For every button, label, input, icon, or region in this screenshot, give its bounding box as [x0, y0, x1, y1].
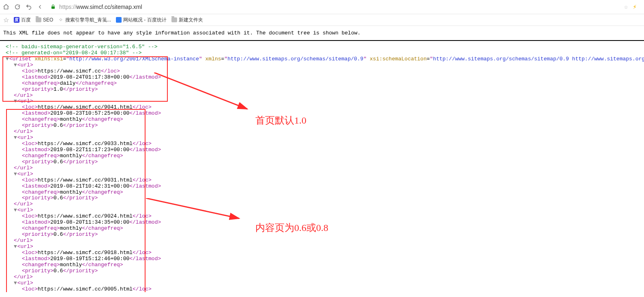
bookmark-drops[interactable]: ⁘搜索引擎导航_青笺...	[58, 17, 111, 24]
annotation-text-top: 首页默认1.0	[255, 115, 306, 126]
bookmark-baidu[interactable]: 度百度	[14, 17, 31, 24]
baidu-icon: 度	[14, 17, 19, 23]
svg-rect-0	[51, 6, 55, 9]
address-url: https://www.simcf.cc/sitemap.xml	[59, 4, 142, 10]
star-icon: ☆	[3, 16, 9, 24]
bookmark-label: 网站概况 - 百度统计	[123, 17, 167, 24]
bookmark-label: SEO	[43, 17, 53, 23]
bookmark-stats[interactable]: 网站概况 - 百度统计	[116, 17, 167, 24]
folder-icon	[171, 17, 177, 22]
bookmark-label: 新建文件夹	[179, 17, 203, 24]
stat-icon	[116, 17, 122, 23]
xml-notice: This XML file does not appear to have an…	[0, 26, 644, 39]
drops-icon: ⁘	[58, 17, 64, 23]
home-icon[interactable]	[2, 3, 10, 11]
refresh-icon[interactable]	[14, 3, 21, 11]
extension-icon[interactable]: ⚡	[633, 3, 637, 11]
xml-tree: <!-- baidu-sitemap-generator-version="1.…	[0, 44, 644, 292]
toolbar-extras: ☆ ⚡	[624, 3, 642, 11]
folder-icon	[36, 17, 41, 22]
bookmark-seo[interactable]: SEO	[36, 17, 53, 23]
star-outline-icon[interactable]: ☆	[624, 3, 628, 11]
lock-icon	[49, 3, 57, 11]
bookmarks-bar: ☆ 度百度 SEO ⁘搜索引擎导航_青笺... 网站概况 - 百度统计 新建文件…	[0, 14, 644, 26]
annotation-text-bottom: 内容页为0.6或0.8	[255, 222, 328, 234]
browser-toolbar: https://www.simcf.cc/sitemap.xml ☆ ⚡	[0, 0, 644, 14]
address-bar[interactable]: https://www.simcf.cc/sitemap.xml	[48, 3, 620, 11]
bookmark-star[interactable]: ☆	[3, 16, 9, 24]
bookmark-label: 搜索引擎导航_青笺...	[65, 17, 111, 24]
bookmark-label: 百度	[21, 17, 31, 24]
back-icon[interactable]	[36, 3, 44, 11]
bookmark-new-folder[interactable]: 新建文件夹	[171, 17, 203, 24]
undo-icon[interactable]	[25, 3, 32, 11]
separator	[0, 40, 644, 41]
